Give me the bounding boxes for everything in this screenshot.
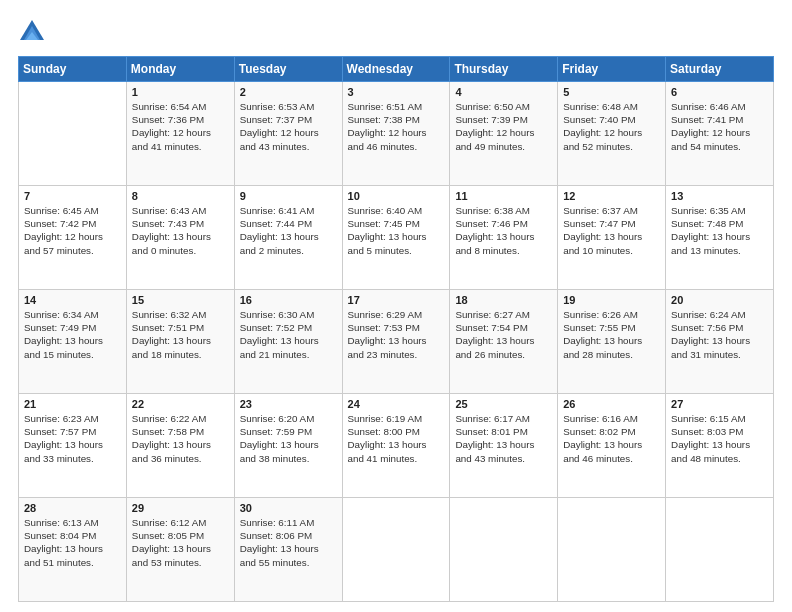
day-number: 10 [348, 190, 445, 202]
day-number: 12 [563, 190, 660, 202]
day-number: 11 [455, 190, 552, 202]
day-number: 1 [132, 86, 229, 98]
day-number: 25 [455, 398, 552, 410]
day-info: Sunrise: 6:11 AMSunset: 8:06 PMDaylight:… [240, 516, 337, 569]
calendar-cell: 6Sunrise: 6:46 AMSunset: 7:41 PMDaylight… [666, 82, 774, 186]
calendar-cell [342, 498, 450, 602]
calendar-cell: 15Sunrise: 6:32 AMSunset: 7:51 PMDayligh… [126, 290, 234, 394]
day-info: Sunrise: 6:43 AMSunset: 7:43 PMDaylight:… [132, 204, 229, 257]
day-info: Sunrise: 6:46 AMSunset: 7:41 PMDaylight:… [671, 100, 768, 153]
calendar-cell [666, 498, 774, 602]
calendar-cell: 21Sunrise: 6:23 AMSunset: 7:57 PMDayligh… [19, 394, 127, 498]
calendar-cell: 9Sunrise: 6:41 AMSunset: 7:44 PMDaylight… [234, 186, 342, 290]
calendar-cell: 29Sunrise: 6:12 AMSunset: 8:05 PMDayligh… [126, 498, 234, 602]
calendar-cell: 12Sunrise: 6:37 AMSunset: 7:47 PMDayligh… [558, 186, 666, 290]
logo-icon [18, 18, 46, 46]
day-number: 18 [455, 294, 552, 306]
day-info: Sunrise: 6:22 AMSunset: 7:58 PMDaylight:… [132, 412, 229, 465]
calendar-cell: 17Sunrise: 6:29 AMSunset: 7:53 PMDayligh… [342, 290, 450, 394]
day-number: 9 [240, 190, 337, 202]
day-number: 6 [671, 86, 768, 98]
calendar-cell: 5Sunrise: 6:48 AMSunset: 7:40 PMDaylight… [558, 82, 666, 186]
day-number: 4 [455, 86, 552, 98]
day-number: 14 [24, 294, 121, 306]
calendar-cell: 16Sunrise: 6:30 AMSunset: 7:52 PMDayligh… [234, 290, 342, 394]
day-number: 24 [348, 398, 445, 410]
calendar-cell: 28Sunrise: 6:13 AMSunset: 8:04 PMDayligh… [19, 498, 127, 602]
calendar-cell [558, 498, 666, 602]
day-header-friday: Friday [558, 57, 666, 82]
calendar-cell: 27Sunrise: 6:15 AMSunset: 8:03 PMDayligh… [666, 394, 774, 498]
day-info: Sunrise: 6:23 AMSunset: 7:57 PMDaylight:… [24, 412, 121, 465]
calendar-cell: 2Sunrise: 6:53 AMSunset: 7:37 PMDaylight… [234, 82, 342, 186]
day-number: 22 [132, 398, 229, 410]
day-info: Sunrise: 6:35 AMSunset: 7:48 PMDaylight:… [671, 204, 768, 257]
calendar-cell: 4Sunrise: 6:50 AMSunset: 7:39 PMDaylight… [450, 82, 558, 186]
calendar-cell: 3Sunrise: 6:51 AMSunset: 7:38 PMDaylight… [342, 82, 450, 186]
day-header-saturday: Saturday [666, 57, 774, 82]
day-info: Sunrise: 6:54 AMSunset: 7:36 PMDaylight:… [132, 100, 229, 153]
calendar-week-row: 28Sunrise: 6:13 AMSunset: 8:04 PMDayligh… [19, 498, 774, 602]
calendar-table: SundayMondayTuesdayWednesdayThursdayFrid… [18, 56, 774, 602]
day-header-sunday: Sunday [19, 57, 127, 82]
day-info: Sunrise: 6:17 AMSunset: 8:01 PMDaylight:… [455, 412, 552, 465]
calendar-cell: 19Sunrise: 6:26 AMSunset: 7:55 PMDayligh… [558, 290, 666, 394]
calendar-cell: 1Sunrise: 6:54 AMSunset: 7:36 PMDaylight… [126, 82, 234, 186]
calendar-cell [19, 82, 127, 186]
day-number: 3 [348, 86, 445, 98]
page: SundayMondayTuesdayWednesdayThursdayFrid… [0, 0, 792, 612]
calendar-cell: 30Sunrise: 6:11 AMSunset: 8:06 PMDayligh… [234, 498, 342, 602]
day-header-wednesday: Wednesday [342, 57, 450, 82]
calendar-cell: 23Sunrise: 6:20 AMSunset: 7:59 PMDayligh… [234, 394, 342, 498]
day-info: Sunrise: 6:12 AMSunset: 8:05 PMDaylight:… [132, 516, 229, 569]
day-number: 13 [671, 190, 768, 202]
calendar-cell: 18Sunrise: 6:27 AMSunset: 7:54 PMDayligh… [450, 290, 558, 394]
day-info: Sunrise: 6:38 AMSunset: 7:46 PMDaylight:… [455, 204, 552, 257]
calendar-cell: 25Sunrise: 6:17 AMSunset: 8:01 PMDayligh… [450, 394, 558, 498]
day-info: Sunrise: 6:41 AMSunset: 7:44 PMDaylight:… [240, 204, 337, 257]
day-header-tuesday: Tuesday [234, 57, 342, 82]
day-info: Sunrise: 6:34 AMSunset: 7:49 PMDaylight:… [24, 308, 121, 361]
day-info: Sunrise: 6:24 AMSunset: 7:56 PMDaylight:… [671, 308, 768, 361]
day-header-monday: Monday [126, 57, 234, 82]
calendar-week-row: 14Sunrise: 6:34 AMSunset: 7:49 PMDayligh… [19, 290, 774, 394]
day-number: 28 [24, 502, 121, 514]
day-number: 30 [240, 502, 337, 514]
day-info: Sunrise: 6:19 AMSunset: 8:00 PMDaylight:… [348, 412, 445, 465]
day-number: 2 [240, 86, 337, 98]
day-info: Sunrise: 6:20 AMSunset: 7:59 PMDaylight:… [240, 412, 337, 465]
header [18, 18, 774, 46]
calendar-cell: 10Sunrise: 6:40 AMSunset: 7:45 PMDayligh… [342, 186, 450, 290]
day-info: Sunrise: 6:13 AMSunset: 8:04 PMDaylight:… [24, 516, 121, 569]
calendar-week-row: 1Sunrise: 6:54 AMSunset: 7:36 PMDaylight… [19, 82, 774, 186]
day-number: 21 [24, 398, 121, 410]
day-info: Sunrise: 6:53 AMSunset: 7:37 PMDaylight:… [240, 100, 337, 153]
calendar-week-row: 21Sunrise: 6:23 AMSunset: 7:57 PMDayligh… [19, 394, 774, 498]
calendar-cell: 20Sunrise: 6:24 AMSunset: 7:56 PMDayligh… [666, 290, 774, 394]
day-header-thursday: Thursday [450, 57, 558, 82]
day-number: 16 [240, 294, 337, 306]
day-info: Sunrise: 6:45 AMSunset: 7:42 PMDaylight:… [24, 204, 121, 257]
calendar-header-row: SundayMondayTuesdayWednesdayThursdayFrid… [19, 57, 774, 82]
day-info: Sunrise: 6:40 AMSunset: 7:45 PMDaylight:… [348, 204, 445, 257]
day-number: 17 [348, 294, 445, 306]
day-info: Sunrise: 6:51 AMSunset: 7:38 PMDaylight:… [348, 100, 445, 153]
calendar-cell: 11Sunrise: 6:38 AMSunset: 7:46 PMDayligh… [450, 186, 558, 290]
day-number: 19 [563, 294, 660, 306]
calendar-cell: 24Sunrise: 6:19 AMSunset: 8:00 PMDayligh… [342, 394, 450, 498]
calendar-cell: 7Sunrise: 6:45 AMSunset: 7:42 PMDaylight… [19, 186, 127, 290]
day-info: Sunrise: 6:48 AMSunset: 7:40 PMDaylight:… [563, 100, 660, 153]
day-info: Sunrise: 6:16 AMSunset: 8:02 PMDaylight:… [563, 412, 660, 465]
logo [18, 18, 49, 46]
day-info: Sunrise: 6:32 AMSunset: 7:51 PMDaylight:… [132, 308, 229, 361]
calendar-cell: 13Sunrise: 6:35 AMSunset: 7:48 PMDayligh… [666, 186, 774, 290]
day-info: Sunrise: 6:37 AMSunset: 7:47 PMDaylight:… [563, 204, 660, 257]
calendar-cell [450, 498, 558, 602]
day-number: 27 [671, 398, 768, 410]
day-info: Sunrise: 6:50 AMSunset: 7:39 PMDaylight:… [455, 100, 552, 153]
day-number: 7 [24, 190, 121, 202]
day-info: Sunrise: 6:26 AMSunset: 7:55 PMDaylight:… [563, 308, 660, 361]
day-number: 26 [563, 398, 660, 410]
day-info: Sunrise: 6:27 AMSunset: 7:54 PMDaylight:… [455, 308, 552, 361]
day-number: 15 [132, 294, 229, 306]
